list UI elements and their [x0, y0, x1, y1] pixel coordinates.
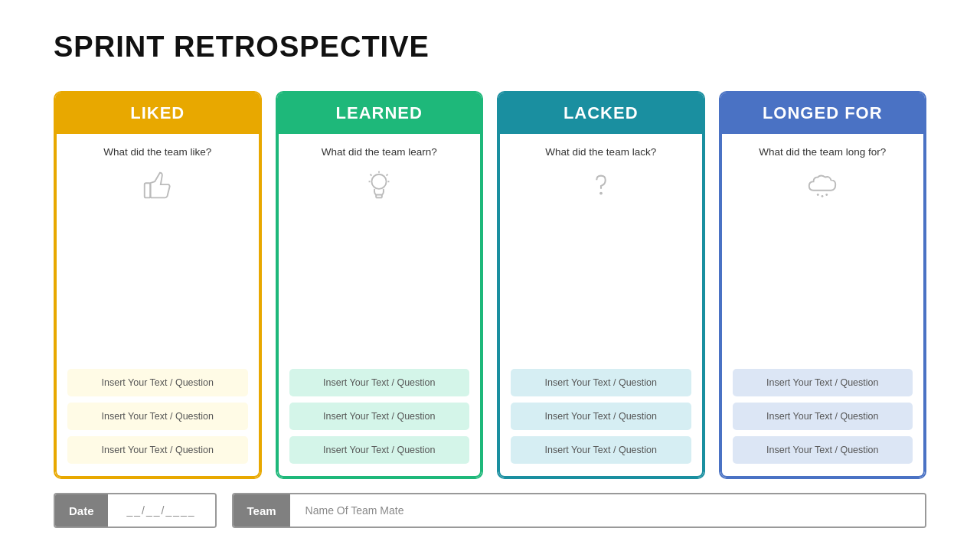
question-icon	[583, 168, 619, 209]
list-item[interactable]: Insert Your Text / Question	[289, 369, 470, 396]
card-longed-question: What did the team long for?	[759, 146, 886, 158]
card-liked: LIKED What did the team like? Insert You…	[54, 91, 262, 479]
date-label: Date	[55, 494, 108, 527]
card-longed: LONGED FOR What did the team long for? I…	[719, 91, 927, 479]
card-learned-items: Insert Your Text / Question Insert Your …	[289, 369, 470, 464]
list-item[interactable]: Insert Your Text / Question	[733, 436, 913, 464]
svg-point-10	[599, 192, 603, 195]
svg-line-6	[387, 174, 388, 176]
card-lacked-items: Insert Your Text / Question Insert Your …	[511, 369, 691, 464]
svg-rect-0	[145, 183, 151, 197]
date-value[interactable]: __/__/____	[108, 494, 215, 527]
svg-point-13	[826, 194, 828, 196]
team-label: Team	[234, 494, 290, 527]
card-lacked-question: What did the team lack?	[545, 146, 656, 158]
card-lacked-header: LACKED	[498, 93, 704, 134]
list-item[interactable]: Insert Your Text / Question	[511, 403, 691, 430]
list-item[interactable]: Insert Your Text / Question	[511, 436, 691, 464]
card-learned: LEARNED What did the team learn?	[276, 91, 484, 479]
card-learned-body: What did the team learn? Insert Your Tex…	[277, 134, 482, 478]
card-lacked: LACKED What did the team lack? Insert Yo…	[497, 91, 705, 479]
svg-point-11	[817, 194, 819, 196]
card-lacked-body: What did the team lack? Insert Your Text…	[498, 134, 704, 478]
list-item[interactable]: Insert Your Text / Question	[289, 436, 470, 464]
lightbulb-icon	[361, 168, 397, 209]
card-learned-question: What did the team learn?	[322, 146, 437, 158]
cards-row: LIKED What did the team like? Insert You…	[54, 91, 926, 479]
thumbsup-icon	[140, 168, 175, 209]
list-item[interactable]: Insert Your Text / Question	[511, 369, 691, 396]
list-item[interactable]: Insert Your Text / Question	[289, 403, 470, 430]
team-group: Team Name Of Team Mate	[232, 493, 926, 528]
card-liked-body: What did the team like? Insert Your Text…	[55, 134, 260, 478]
card-longed-items: Insert Your Text / Question Insert Your …	[733, 369, 913, 464]
svg-line-7	[371, 174, 372, 176]
list-item[interactable]: Insert Your Text / Question	[733, 403, 913, 430]
card-learned-header: LEARNED	[277, 93, 482, 134]
list-item[interactable]: Insert Your Text / Question	[733, 369, 913, 396]
svg-point-1	[372, 174, 387, 189]
card-longed-body: What did the team long for? Insert Your …	[720, 134, 926, 478]
date-group: Date __/__/____	[54, 493, 217, 528]
page-title: SPRINT RETROSPECTIVE	[54, 31, 926, 64]
svg-point-12	[822, 195, 824, 197]
card-longed-header: LONGED FOR	[720, 93, 926, 134]
team-value[interactable]: Name Of Team Mate	[290, 494, 925, 527]
card-liked-question: What did the team like?	[103, 146, 211, 158]
cloud-icon	[805, 168, 840, 209]
list-item[interactable]: Insert Your Text / Question	[67, 369, 248, 396]
footer-row: Date __/__/____ Team Name Of Team Mate	[54, 493, 926, 528]
card-liked-header: LIKED	[55, 93, 260, 134]
list-item[interactable]: Insert Your Text / Question	[67, 403, 248, 430]
list-item[interactable]: Insert Your Text / Question	[67, 436, 248, 464]
card-liked-items: Insert Your Text / Question Insert Your …	[67, 369, 248, 464]
